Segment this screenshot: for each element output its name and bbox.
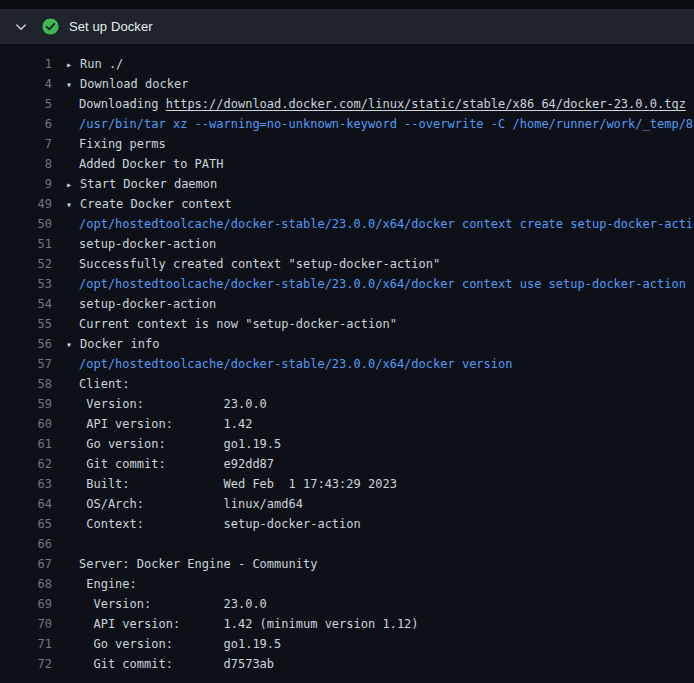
log-group-toggle[interactable]: ▾Download docker bbox=[52, 74, 188, 94]
log-line: 58Client: bbox=[0, 374, 694, 394]
log-command-text: /opt/hostedtoolcache/docker-stable/23.0.… bbox=[52, 274, 686, 294]
log-text: Current context is now "setup-docker-act… bbox=[52, 314, 397, 334]
log-line: 64 OS/Arch: linux/amd64 bbox=[0, 494, 694, 514]
log-text: Version: 23.0.0 bbox=[52, 594, 267, 614]
log-command-text: /opt/hostedtoolcache/docker-stable/23.0.… bbox=[52, 354, 512, 374]
group-chevron-expanded-icon: ▾ bbox=[66, 335, 80, 355]
log-group-toggle[interactable]: ▾Docker info bbox=[52, 334, 159, 354]
log-group-label: Download docker bbox=[80, 77, 188, 91]
line-number[interactable]: 5 bbox=[0, 94, 52, 114]
log-text: Git commit: e92dd87 bbox=[52, 454, 274, 474]
log-group-label: Create Docker context bbox=[80, 197, 232, 211]
log-text: Successfully created context "setup-dock… bbox=[52, 254, 440, 274]
log-command-text: /usr/bin/tar xz --warning=no-unknown-key… bbox=[52, 114, 694, 134]
log-group-toggle[interactable]: ▸Run ./ bbox=[52, 54, 123, 74]
line-number[interactable]: 55 bbox=[0, 314, 52, 334]
log-line: 61 Go version: go1.19.5 bbox=[0, 434, 694, 454]
log-line: 54setup-docker-action bbox=[0, 294, 694, 314]
line-number[interactable]: 53 bbox=[0, 274, 52, 294]
log-line: 69 Version: 23.0.0 bbox=[0, 594, 694, 614]
log-group-label: Docker info bbox=[80, 337, 159, 351]
log-line: 63 Built: Wed Feb 1 17:43:29 2023 bbox=[0, 474, 694, 494]
log-line: 71 Go version: go1.19.5 bbox=[0, 634, 694, 654]
chevron-down-icon[interactable] bbox=[14, 20, 28, 34]
log-text bbox=[52, 534, 79, 554]
log-line: 5Downloading https://download.docker.com… bbox=[0, 94, 694, 114]
log-text: Client: bbox=[52, 374, 130, 394]
log-line: 1▸Run ./ bbox=[0, 54, 694, 74]
line-number[interactable]: 69 bbox=[0, 594, 52, 614]
log-text-segment: Downloading bbox=[79, 97, 166, 111]
line-number[interactable]: 70 bbox=[0, 614, 52, 634]
log-line: 70 API version: 1.42 (minimum version 1.… bbox=[0, 614, 694, 634]
line-number[interactable]: 66 bbox=[0, 534, 52, 554]
log-line: 51setup-docker-action bbox=[0, 234, 694, 254]
log-text: Downloading https://download.docker.com/… bbox=[52, 94, 686, 114]
line-number[interactable]: 1 bbox=[0, 54, 52, 74]
line-number[interactable]: 62 bbox=[0, 454, 52, 474]
group-chevron-expanded-icon: ▾ bbox=[66, 75, 80, 95]
line-number[interactable]: 54 bbox=[0, 294, 52, 314]
log-group-toggle[interactable]: ▸Start Docker daemon bbox=[52, 174, 217, 194]
log-line: 53/opt/hostedtoolcache/docker-stable/23.… bbox=[0, 274, 694, 294]
log-group-label: Run ./ bbox=[80, 57, 123, 71]
line-number[interactable]: 60 bbox=[0, 414, 52, 434]
log-line: 52Successfully created context "setup-do… bbox=[0, 254, 694, 274]
page-background-strip bbox=[0, 0, 694, 9]
step-header[interactable]: Set up Docker bbox=[0, 9, 694, 44]
log-text: Fixing perms bbox=[52, 134, 166, 154]
line-number[interactable]: 50 bbox=[0, 214, 52, 234]
group-chevron-expanded-icon: ▾ bbox=[66, 195, 80, 215]
log-text: Built: Wed Feb 1 17:43:29 2023 bbox=[52, 474, 397, 494]
line-number[interactable]: 68 bbox=[0, 574, 52, 594]
line-number[interactable]: 49 bbox=[0, 194, 52, 214]
log-text: Server: Docker Engine - Community bbox=[52, 554, 317, 574]
line-number[interactable]: 65 bbox=[0, 514, 52, 534]
log-line: 6/usr/bin/tar xz --warning=no-unknown-ke… bbox=[0, 114, 694, 134]
line-number[interactable]: 4 bbox=[0, 74, 52, 94]
log-text: Context: setup-docker-action bbox=[52, 514, 361, 534]
line-number[interactable]: 59 bbox=[0, 394, 52, 414]
log-line: 60 API version: 1.42 bbox=[0, 414, 694, 434]
log-text: Version: 23.0.0 bbox=[52, 394, 267, 414]
line-number[interactable]: 61 bbox=[0, 434, 52, 454]
line-number[interactable]: 58 bbox=[0, 374, 52, 394]
log-line: 68 Engine: bbox=[0, 574, 694, 594]
log-line: 55Current context is now "setup-docker-a… bbox=[0, 314, 694, 334]
log-line: 62 Git commit: e92dd87 bbox=[0, 454, 694, 474]
log-line: 56▾Docker info bbox=[0, 334, 694, 354]
log-text: Git commit: d7573ab bbox=[52, 654, 274, 674]
log-line: 59 Version: 23.0.0 bbox=[0, 394, 694, 414]
log-text: Engine: bbox=[52, 574, 137, 594]
log-text: setup-docker-action bbox=[52, 234, 216, 254]
log-text: setup-docker-action bbox=[52, 294, 216, 314]
log-line: 50/opt/hostedtoolcache/docker-stable/23.… bbox=[0, 214, 694, 234]
line-number[interactable]: 8 bbox=[0, 154, 52, 174]
line-number[interactable]: 64 bbox=[0, 494, 52, 514]
line-number[interactable]: 7 bbox=[0, 134, 52, 154]
line-number[interactable]: 51 bbox=[0, 234, 52, 254]
log-line: 8Added Docker to PATH bbox=[0, 154, 694, 174]
log-line: 7Fixing perms bbox=[0, 134, 694, 154]
log-line: 65 Context: setup-docker-action bbox=[0, 514, 694, 534]
step-title: Set up Docker bbox=[69, 19, 153, 34]
log-text: API version: 1.42 bbox=[52, 414, 252, 434]
line-number[interactable]: 56 bbox=[0, 334, 52, 354]
line-number[interactable]: 52 bbox=[0, 254, 52, 274]
log-group-toggle[interactable]: ▾Create Docker context bbox=[52, 194, 232, 214]
log-text: OS/Arch: linux/amd64 bbox=[52, 494, 303, 514]
log-line: 67Server: Docker Engine - Community bbox=[0, 554, 694, 574]
log-link[interactable]: https://download.docker.com/linux/static… bbox=[166, 97, 686, 111]
log-command-text: /opt/hostedtoolcache/docker-stable/23.0.… bbox=[52, 214, 694, 234]
line-number[interactable]: 57 bbox=[0, 354, 52, 374]
line-number[interactable]: 67 bbox=[0, 554, 52, 574]
log-text: Go version: go1.19.5 bbox=[52, 634, 281, 654]
line-number[interactable]: 71 bbox=[0, 634, 52, 654]
log-line: 49▾Create Docker context bbox=[0, 194, 694, 214]
line-number[interactable]: 63 bbox=[0, 474, 52, 494]
line-number[interactable]: 6 bbox=[0, 114, 52, 134]
line-number[interactable]: 72 bbox=[0, 654, 52, 674]
log-line: 9▸Start Docker daemon bbox=[0, 174, 694, 194]
log-text: Added Docker to PATH bbox=[52, 154, 224, 174]
line-number[interactable]: 9 bbox=[0, 174, 52, 194]
